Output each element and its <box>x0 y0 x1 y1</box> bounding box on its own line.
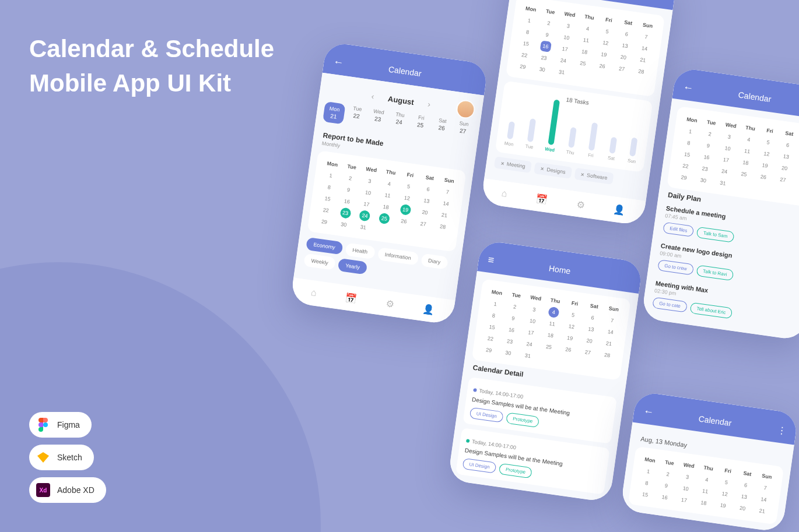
calendar-day[interactable] <box>430 231 451 245</box>
menu-dots-icon[interactable]: ⋮ <box>777 424 787 436</box>
hero-title-line2: Mobile App UI Kit <box>29 66 274 101</box>
xd-label: Adobe XD <box>57 485 94 495</box>
category-pill[interactable]: Economy <box>306 237 343 255</box>
sketch-label: Sketch <box>57 453 82 462</box>
close-icon[interactable]: ✕ <box>540 166 545 172</box>
category-pill[interactable]: Weekly <box>303 253 336 270</box>
day-chip[interactable]: Mon21 <box>323 101 345 125</box>
calendar-day[interactable]: 30 <box>532 62 553 76</box>
home-icon[interactable]: ⌂ <box>310 287 317 299</box>
bar-label: Sat <box>607 155 615 161</box>
filter-tag[interactable]: ✕Software <box>574 168 614 185</box>
calendar-day[interactable]: 16 <box>654 490 675 504</box>
phone-home-detail: ≡ Home MonTueWedThuFriSatSun123456789101… <box>448 240 643 503</box>
calendar-grid: MonTueWedThuFriSatSun1234567891011121314… <box>506 0 665 97</box>
phone-daily-plan: ← Calendar MonTueWedThuFriSatSun12345678… <box>641 67 799 341</box>
calendar-day[interactable] <box>391 226 412 239</box>
action-pill[interactable]: Tell about Eric <box>689 302 733 319</box>
calendar-day[interactable] <box>732 179 753 193</box>
category-pill[interactable]: Health <box>345 242 376 259</box>
calendar-day[interactable]: 30 <box>497 346 518 360</box>
chevron-left-icon[interactable]: ‹ <box>371 91 375 101</box>
close-icon[interactable]: ✕ <box>580 172 585 178</box>
calendar-day[interactable] <box>576 357 597 371</box>
calendar-day[interactable] <box>770 184 791 198</box>
bar-label: Mon <box>504 140 514 147</box>
day-chip[interactable]: Fri25 <box>410 114 430 136</box>
calendar-day[interactable]: 17 <box>674 493 695 507</box>
month-label: August <box>387 94 414 106</box>
svg-point-0 <box>43 422 48 427</box>
home-icon[interactable]: ⌂ <box>501 188 508 200</box>
calendar-day[interactable] <box>629 76 650 90</box>
calendar-day[interactable] <box>411 228 432 242</box>
calendar-day[interactable] <box>609 73 630 87</box>
action-pill[interactable]: Talk to Ravi <box>696 265 734 281</box>
action-pill[interactable]: Edit files <box>663 222 694 237</box>
profile-icon[interactable]: 👤 <box>422 303 435 316</box>
calendar-day[interactable]: 30 <box>693 173 714 187</box>
tool-badges: Figma Sketch Xd Adobe XD <box>29 412 106 503</box>
menu-dots-icon[interactable]: ⋮ <box>656 0 666 2</box>
calendar-day[interactable]: 18 <box>693 496 714 510</box>
profile-icon[interactable]: 👤 <box>613 204 626 217</box>
calendar-day[interactable]: 20 <box>732 501 753 515</box>
calendar-day[interactable]: 31 <box>551 65 572 79</box>
settings-icon[interactable]: ⚙ <box>576 199 586 211</box>
settings-icon[interactable]: ⚙ <box>385 298 395 310</box>
day-chip[interactable]: Wed23 <box>367 108 388 131</box>
tag-pill[interactable]: UI Design <box>469 407 504 423</box>
calendar-day[interactable]: 21 <box>751 504 772 518</box>
hero-title-line1: Calendar & Schedule <box>29 32 274 66</box>
category-pill[interactable]: Yearly <box>338 258 367 275</box>
calendar-day[interactable]: 15 <box>635 488 656 502</box>
tag-pill[interactable]: Prototype <box>499 463 532 479</box>
task-bar <box>507 121 515 139</box>
hero-title: Calendar & Schedule Mobile App UI Kit <box>29 32 274 101</box>
calendar-day[interactable]: 19 <box>713 498 734 512</box>
calendar-day[interactable]: 31 <box>712 176 733 190</box>
back-icon[interactable]: ← <box>643 405 655 418</box>
calendar-day[interactable] <box>590 71 611 84</box>
task-bar <box>568 127 577 148</box>
calendar-icon[interactable]: 📅 <box>535 193 548 206</box>
calendar-day[interactable]: 29 <box>673 171 694 185</box>
action-pill[interactable]: Talk to Sam <box>696 227 735 243</box>
header-title: Calendar <box>738 90 772 104</box>
task-bar <box>527 118 536 142</box>
calendar-icon[interactable]: 📅 <box>345 292 358 305</box>
bar-label: Wed <box>545 146 555 153</box>
calendar-day[interactable] <box>790 187 799 201</box>
tag-pill[interactable]: Prototype <box>506 413 539 428</box>
day-chip[interactable]: Thu24 <box>389 111 409 133</box>
day-chip[interactable]: Tue22 <box>346 105 367 128</box>
hamburger-icon[interactable]: ≡ <box>487 253 495 266</box>
calendar-day[interactable] <box>595 360 616 374</box>
phones-group: ← Calendar ‹ August › Mon21Tue22Wed23Thu… <box>242 0 799 532</box>
close-icon[interactable]: ✕ <box>500 160 505 166</box>
calendar-day[interactable]: 29 <box>512 59 533 73</box>
day-chip[interactable]: Sun27 <box>453 119 473 142</box>
calendar-day[interactable] <box>570 68 591 82</box>
back-icon[interactable]: ← <box>682 81 695 94</box>
calendar-day[interactable] <box>537 351 558 365</box>
action-pill[interactable]: Go to crew <box>657 259 694 275</box>
category-pill[interactable]: Diary <box>420 253 448 270</box>
calendar-day[interactable]: 29 <box>478 343 499 357</box>
calendar-day[interactable]: 29 <box>314 214 335 228</box>
chevron-right-icon[interactable]: › <box>427 99 431 108</box>
tag-pill[interactable]: UI Design <box>462 458 496 474</box>
calendar-day[interactable] <box>556 354 577 368</box>
calendar-day[interactable] <box>751 181 772 195</box>
task-bar <box>548 99 560 145</box>
filter-tag[interactable]: ✕Meeting <box>494 156 532 173</box>
calendar-day[interactable]: 31 <box>517 348 538 362</box>
day-chip[interactable]: Sat26 <box>432 117 452 139</box>
figma-icon <box>36 418 50 432</box>
phone-tasks-chart: Calendar ⋮ MonTueWedThuFriSatSun12345678… <box>481 0 677 226</box>
category-pill[interactable]: Information <box>377 247 419 265</box>
xd-icon: Xd <box>36 483 50 497</box>
filter-tag[interactable]: ✕Designs <box>534 162 572 179</box>
action-pill[interactable]: Go to cate <box>652 297 688 313</box>
back-icon[interactable]: ← <box>332 55 345 69</box>
